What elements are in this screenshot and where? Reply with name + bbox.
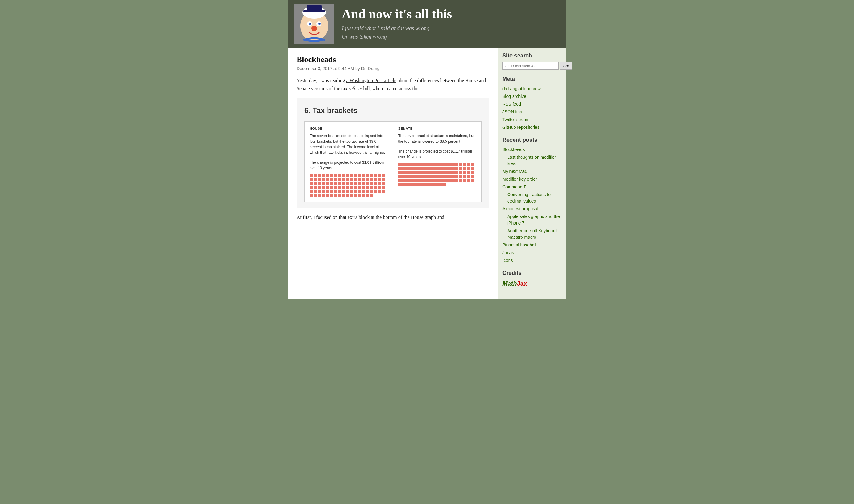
square — [382, 174, 385, 177]
square — [374, 186, 377, 189]
header-text-block: And now it's all this I just said what I… — [342, 6, 452, 41]
recent-link-apple-sales[interactable]: Apple sales graphs and the iPhone 7 — [507, 214, 560, 226]
square — [402, 171, 406, 174]
square — [398, 163, 402, 166]
square — [378, 190, 381, 193]
square — [322, 190, 325, 193]
recent-link-command-e[interactable]: Command-E — [502, 184, 527, 189]
square — [426, 183, 430, 186]
square — [330, 186, 333, 189]
square — [346, 190, 349, 193]
svg-point-9 — [310, 23, 311, 24]
recent-link-modifier-keys[interactable]: Last thoughts on modifier keys — [507, 155, 556, 166]
meta-link-drdrang[interactable]: drdrang at leancrew — [502, 86, 541, 91]
square — [466, 179, 470, 182]
square — [334, 190, 337, 193]
recent-link-modifier-order[interactable]: Modifier key order — [502, 177, 537, 182]
square — [419, 175, 422, 178]
square — [410, 175, 414, 178]
list-item: Twitter stream — [502, 116, 562, 123]
senate-cost-before: The change is projected to cost — [398, 149, 451, 154]
house-desc: The seven-bracket structure is collapsed… — [309, 133, 388, 155]
square — [370, 182, 373, 185]
square — [309, 186, 313, 189]
square — [439, 179, 442, 182]
square — [422, 171, 426, 174]
recent-link-binomial[interactable]: Binomial baseball — [502, 242, 536, 247]
meta-link-twitter[interactable]: Twitter stream — [502, 117, 530, 122]
house-cost-before: The change is projected to cost — [309, 160, 362, 165]
square — [406, 183, 410, 186]
square — [358, 194, 361, 197]
square — [309, 190, 313, 193]
meta-link-github[interactable]: GitHub repositories — [502, 125, 539, 130]
square — [362, 174, 365, 177]
square — [314, 178, 317, 181]
tax-heading: 6. Tax brackets — [304, 104, 482, 117]
washington-post-link[interactable]: a Washington Post article — [346, 78, 396, 83]
square — [446, 167, 450, 170]
subtitle-line2: Or was taken wrong — [342, 34, 387, 40]
square — [362, 182, 365, 185]
square — [430, 171, 434, 174]
square — [350, 186, 353, 189]
square — [419, 167, 422, 170]
house-cost-bold: $1.09 trillion — [362, 160, 384, 165]
square — [382, 182, 385, 185]
square — [362, 186, 365, 189]
list-item: GitHub repositories — [502, 124, 562, 131]
meta-link-rss[interactable]: RSS feed — [502, 102, 521, 107]
square — [374, 174, 377, 177]
senate-cost-after: over 10 years. — [398, 155, 422, 159]
list-item: Judas — [502, 250, 562, 256]
square — [338, 190, 341, 193]
post-paragraph-2: At first, I focused on that extra block … — [297, 213, 490, 221]
square — [342, 174, 345, 177]
square — [314, 186, 317, 189]
square — [450, 163, 454, 166]
square — [442, 163, 446, 166]
square — [426, 175, 430, 178]
square — [326, 178, 329, 181]
square — [358, 182, 361, 185]
recent-link-fractions[interactable]: Converting fractions to decimal values — [507, 192, 551, 203]
square — [374, 182, 377, 185]
recent-link-modest-proposal[interactable]: A modest proposal — [502, 206, 538, 211]
search-input[interactable] — [502, 62, 558, 70]
square — [318, 194, 321, 197]
meta-link-blog-archive[interactable]: Blog archive — [502, 94, 526, 99]
square — [309, 178, 313, 181]
meta-link-json[interactable]: JSON feed — [502, 109, 523, 114]
tax-graphic-block: 6. Tax brackets HOUSE The seven-bracket … — [297, 98, 490, 209]
recent-link-blockheads[interactable]: Blockheads — [502, 147, 524, 152]
square — [430, 167, 434, 170]
square — [470, 163, 474, 166]
square — [382, 186, 385, 189]
square — [314, 174, 317, 177]
square — [410, 171, 414, 174]
meta-section: Meta drdrang at leancrew Blog archive RS… — [502, 76, 562, 131]
square — [358, 178, 361, 181]
recent-link-judas[interactable]: Judas — [502, 250, 514, 255]
square — [342, 178, 345, 181]
square — [398, 167, 402, 170]
square — [382, 190, 385, 193]
square — [342, 194, 345, 197]
search-button[interactable]: Go! — [560, 62, 572, 70]
square — [455, 175, 458, 178]
recent-link-next-mac[interactable]: My next Mac — [502, 169, 527, 174]
list-item: Converting fractions to decimal values — [502, 192, 562, 204]
square — [342, 182, 345, 185]
senate-squares — [398, 163, 477, 186]
square — [358, 174, 361, 177]
square — [463, 175, 466, 178]
square — [314, 182, 317, 185]
square — [346, 194, 349, 197]
square — [455, 167, 458, 170]
square — [439, 183, 442, 186]
recent-link-icons[interactable]: Icons — [502, 258, 513, 263]
square — [338, 174, 341, 177]
square — [450, 167, 454, 170]
recent-link-keyboard-maestro[interactable]: Another one-off Keyboard Maestro macro — [507, 228, 557, 240]
square — [366, 174, 369, 177]
